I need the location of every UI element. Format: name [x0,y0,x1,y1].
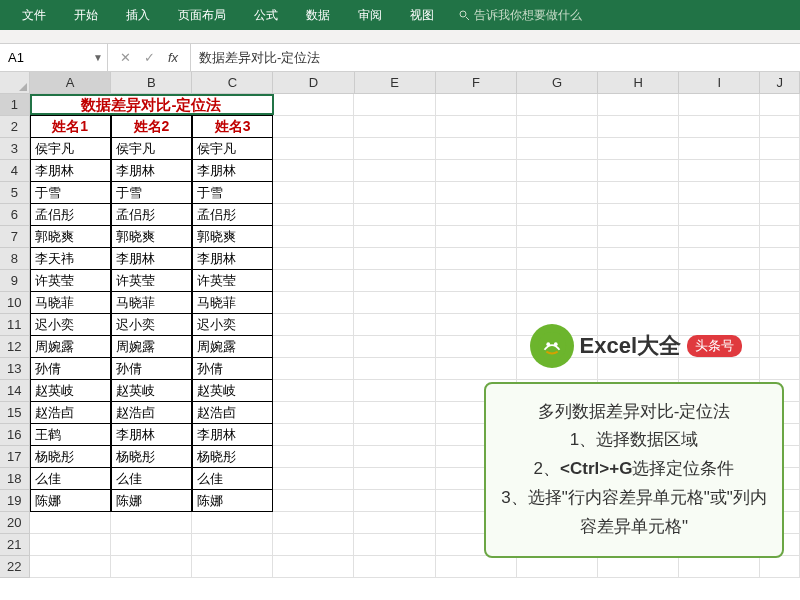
cell-H3[interactable] [598,138,679,160]
cell-I1[interactable] [679,94,760,116]
column-header-F[interactable]: F [436,72,517,93]
cell-J12[interactable] [760,336,800,358]
cell-E4[interactable] [354,160,435,182]
column-header-E[interactable]: E [355,72,436,93]
cell-B9[interactable]: 许英莹 [111,270,192,292]
cell-D4[interactable] [273,160,354,182]
cell-F12[interactable] [436,336,517,358]
cell-F10[interactable] [436,292,517,314]
row-header-19[interactable]: 19 [0,490,30,512]
cell-G8[interactable] [517,248,598,270]
row-header-6[interactable]: 6 [0,204,30,226]
cell-F22[interactable] [436,556,517,578]
cell-I6[interactable] [679,204,760,226]
cell-F8[interactable] [436,248,517,270]
cell-H7[interactable] [598,226,679,248]
cell-F6[interactable] [436,204,517,226]
cell-I8[interactable] [679,248,760,270]
cell-B10[interactable]: 马晓菲 [111,292,192,314]
cell-H22[interactable] [598,556,679,578]
row-header-9[interactable]: 9 [0,270,30,292]
cell-C21[interactable] [192,534,273,556]
cancel-icon[interactable]: ✕ [114,47,136,69]
cell-B20[interactable] [111,512,192,534]
column-header-A[interactable]: A [30,72,111,93]
cell-J5[interactable] [760,182,800,204]
cell-A3[interactable]: 侯宇凡 [30,138,111,160]
cell-G1[interactable] [517,94,598,116]
cell-J13[interactable] [760,358,800,380]
cell-D9[interactable] [273,270,354,292]
title-cell[interactable]: 数据差异对比-定位法 [30,94,273,116]
row-header-16[interactable]: 16 [0,424,30,446]
cell-B5[interactable]: 于雪 [111,182,192,204]
cell-D3[interactable] [273,138,354,160]
cell-F1[interactable] [436,94,517,116]
check-icon[interactable]: ✓ [138,47,160,69]
cell-E12[interactable] [354,336,435,358]
cell-C22[interactable] [192,556,273,578]
cell-I3[interactable] [679,138,760,160]
cell-E15[interactable] [354,402,435,424]
cell-D1[interactable] [273,94,354,116]
cell-E11[interactable] [354,314,435,336]
cell-F9[interactable] [436,270,517,292]
cell-E1[interactable] [354,94,435,116]
cell-E16[interactable] [354,424,435,446]
row-header-2[interactable]: 2 [0,116,30,138]
cell-C17[interactable]: 杨晓彤 [192,446,273,468]
cell-B4[interactable]: 李朋林 [111,160,192,182]
cell-A14[interactable]: 赵英岐 [30,380,111,402]
cell-I4[interactable] [679,160,760,182]
cell-G6[interactable] [517,204,598,226]
cell-D18[interactable] [273,468,354,490]
cell-E10[interactable] [354,292,435,314]
row-header-10[interactable]: 10 [0,292,30,314]
ribbon-tab-3[interactable]: 页面布局 [164,0,240,30]
cell-G3[interactable] [517,138,598,160]
cell-C13[interactable]: 孙倩 [192,358,273,380]
cell-D19[interactable] [273,490,354,512]
cell-E22[interactable] [354,556,435,578]
cell-A13[interactable]: 孙倩 [30,358,111,380]
cell-G22[interactable] [517,556,598,578]
cell-B17[interactable]: 杨晓彤 [111,446,192,468]
cell-D7[interactable] [273,226,354,248]
cell-H9[interactable] [598,270,679,292]
cell-F3[interactable] [436,138,517,160]
cell-A21[interactable] [30,534,111,556]
cell-B7[interactable]: 郭晓爽 [111,226,192,248]
cell-G10[interactable] [517,292,598,314]
row-header-3[interactable]: 3 [0,138,30,160]
cell-C7[interactable]: 郭晓爽 [192,226,273,248]
cell-A7[interactable]: 郭晓爽 [30,226,111,248]
ribbon-tab-4[interactable]: 公式 [240,0,292,30]
cell-I10[interactable] [679,292,760,314]
cell-C3[interactable]: 侯宇凡 [192,138,273,160]
row-header-11[interactable]: 11 [0,314,30,336]
cell-B22[interactable] [111,556,192,578]
column-header-B[interactable]: B [111,72,192,93]
cell-F11[interactable] [436,314,517,336]
cell-H2[interactable] [598,116,679,138]
row-header-17[interactable]: 17 [0,446,30,468]
cell-I7[interactable] [679,226,760,248]
cell-A5[interactable]: 于雪 [30,182,111,204]
cell-C14[interactable]: 赵英岐 [192,380,273,402]
cell-D16[interactable] [273,424,354,446]
cell-A10[interactable]: 马晓菲 [30,292,111,314]
select-all-corner[interactable] [0,72,30,94]
cell-J8[interactable] [760,248,800,270]
row-header-20[interactable]: 20 [0,512,30,534]
cell-F7[interactable] [436,226,517,248]
cell-D14[interactable] [273,380,354,402]
cell-G7[interactable] [517,226,598,248]
cell-D22[interactable] [273,556,354,578]
cell-E20[interactable] [354,512,435,534]
cell-D6[interactable] [273,204,354,226]
ribbon-tab-1[interactable]: 开始 [60,0,112,30]
cell-G5[interactable] [517,182,598,204]
cell-F13[interactable] [436,358,517,380]
row-header-8[interactable]: 8 [0,248,30,270]
cell-I5[interactable] [679,182,760,204]
